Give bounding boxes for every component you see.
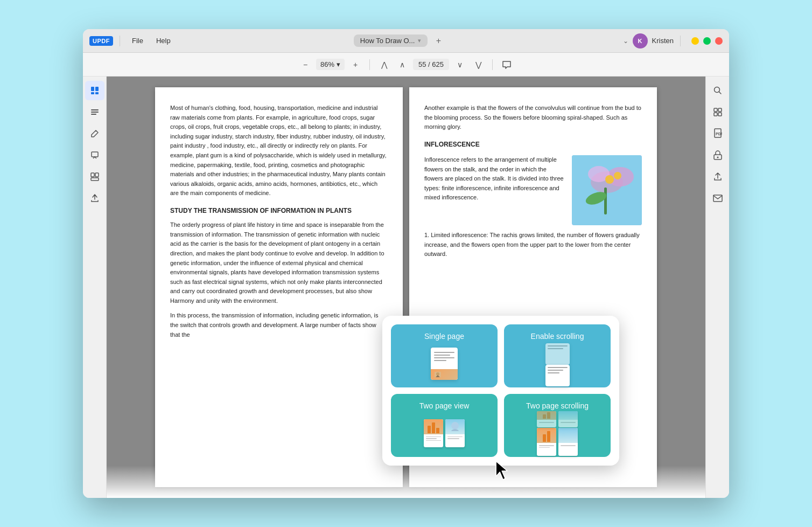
svg-rect-10 — [91, 178, 99, 181]
svg-rect-4 — [91, 109, 99, 110]
zoom-controls: − 86% ▾ + — [298, 57, 363, 72]
svg-rect-27 — [718, 113, 722, 116]
view-options-popup: Single page — [382, 316, 619, 466]
edit-icon — [90, 129, 100, 138]
svg-rect-0 — [91, 87, 94, 91]
svg-rect-7 — [92, 152, 98, 157]
main-content: Most of human's clothing, food, housing,… — [83, 77, 729, 498]
svg-rect-24 — [714, 108, 717, 112]
menu-bar: File Help — [127, 34, 176, 47]
page-fade-right — [409, 466, 657, 487]
close-button[interactable] — [715, 37, 723, 45]
tab-area: How To Draw O... ▾ + — [180, 34, 619, 47]
inflorescence-text: Inflorescence refers to the arrangement … — [424, 155, 566, 225]
sidebar-thumbnail-icon[interactable] — [85, 81, 104, 100]
nav-first-button[interactable]: ⋀ — [376, 57, 391, 72]
left-sidebar — [83, 77, 107, 498]
window-controls — [691, 37, 723, 45]
enable-scrolling-icon — [536, 346, 579, 381]
right-sidebar: PDF — [705, 77, 729, 498]
two-page-scrolling-label: Two page scrolling — [526, 401, 589, 410]
flower-svg — [572, 155, 642, 225]
sidebar-annotation-icon[interactable] — [85, 145, 104, 165]
toolbar-sep-2 — [492, 59, 493, 70]
search-icon — [713, 86, 722, 95]
sidebar-edit-icon[interactable] — [85, 124, 104, 143]
title-bar: UPDF File Help How To Draw O... ▾ + ⌄ K … — [83, 29, 729, 53]
nav-last-button[interactable]: ⋁ — [471, 57, 486, 72]
share-icon — [713, 172, 722, 182]
inflorescence-section: Inflorescence refers to the arrangement … — [424, 155, 642, 225]
nav-next-button[interactable]: ∨ — [452, 57, 467, 72]
active-tab[interactable]: How To Draw O... ▾ — [354, 34, 428, 47]
menu-file[interactable]: File — [127, 34, 149, 47]
svg-rect-2 — [91, 92, 94, 94]
updf-logo: UPDF — [89, 36, 113, 46]
nav-prev-button[interactable]: ∧ — [395, 57, 410, 72]
zoom-out-button[interactable]: − — [298, 57, 313, 72]
sidebar-ocr-icon[interactable] — [708, 102, 727, 122]
zoom-in-button[interactable]: + — [348, 57, 363, 72]
toolbar-sep-1 — [369, 59, 370, 70]
pdf-heading-1: STUDY THE TRANSMISSION OF INFORMATION IN… — [170, 206, 388, 216]
zoom-dropdown-icon: ▾ — [337, 60, 340, 68]
sidebar-organize-icon[interactable] — [85, 167, 104, 186]
sidebar-export-icon[interactable] — [85, 189, 104, 208]
two-page-view-label: Two page view — [419, 401, 470, 410]
text-icon — [90, 107, 100, 117]
pdf-para-2: The orderly progress of plant life histo… — [170, 220, 388, 306]
divider-2 — [680, 36, 681, 46]
svg-text:PDF: PDF — [716, 132, 722, 136]
svg-point-31 — [717, 157, 718, 158]
ocr-icon — [713, 108, 722, 116]
chevron-icon[interactable]: ⌄ — [623, 37, 628, 45]
sidebar-protect-icon[interactable] — [708, 145, 727, 165]
minimize-button[interactable] — [691, 37, 699, 45]
svg-point-15 — [605, 175, 614, 184]
page-total: 625 — [432, 60, 444, 68]
app-window: UPDF File Help How To Draw O... ▾ + ⌄ K … — [83, 29, 729, 498]
menu-help[interactable]: Help — [151, 34, 176, 47]
svg-rect-3 — [95, 92, 99, 94]
organize-icon — [90, 172, 100, 182]
page-display: 55 / 625 — [413, 59, 449, 70]
export-icon — [90, 193, 100, 203]
user-name: Kristen — [652, 37, 674, 45]
user-avatar[interactable]: K — [633, 33, 648, 48]
svg-rect-32 — [713, 195, 722, 202]
tab-add-button[interactable]: + — [432, 34, 445, 47]
lock-icon — [713, 150, 722, 160]
pdfa-icon: PDF — [713, 128, 722, 139]
view-popup-container: Single page — [382, 316, 619, 466]
mail-icon — [713, 195, 723, 202]
maximize-button[interactable] — [703, 37, 711, 45]
comment-button[interactable] — [499, 57, 514, 72]
sidebar-mail-icon[interactable] — [708, 189, 727, 208]
svg-point-16 — [614, 172, 621, 179]
svg-rect-8 — [91, 173, 94, 177]
single-page-icon — [423, 346, 466, 381]
sidebar-text-icon[interactable] — [85, 102, 104, 122]
two-page-view-option[interactable]: Two page view — [391, 394, 498, 457]
pdf-page-left-content: Most of human's clothing, food, housing,… — [170, 103, 388, 339]
sidebar-pdfa-icon[interactable]: PDF — [708, 124, 727, 143]
tab-dropdown-icon[interactable]: ▾ — [418, 37, 421, 44]
sidebar-search-icon[interactable] — [708, 81, 727, 100]
thumbnail-icon — [90, 86, 100, 95]
pdf-area: Most of human's clothing, food, housing,… — [107, 77, 705, 498]
two-page-scrolling-icon — [536, 415, 579, 450]
sidebar-share-icon[interactable] — [708, 167, 727, 186]
pdf-page-left: Most of human's clothing, food, housing,… — [155, 87, 403, 487]
enable-scrolling-option[interactable]: Enable scrolling — [504, 324, 611, 387]
pdf-right-heading-1: INFLORESCENCE — [424, 140, 642, 150]
two-page-scrolling-option[interactable]: Two page scrolling — [504, 394, 611, 457]
single-page-option[interactable]: Single page — [391, 324, 498, 387]
nav-controls: ⋀ ∧ 55 / 625 ∨ ⋁ — [376, 57, 486, 72]
single-page-label: Single page — [424, 332, 464, 341]
pdf-right-para-1: Another example is that the flowers of t… — [424, 103, 642, 132]
zoom-display[interactable]: 86% ▾ — [316, 59, 345, 70]
page-current[interactable]: 55 — [418, 60, 426, 68]
svg-rect-9 — [95, 173, 99, 177]
svg-point-21 — [451, 422, 459, 429]
svg-rect-5 — [91, 112, 99, 113]
